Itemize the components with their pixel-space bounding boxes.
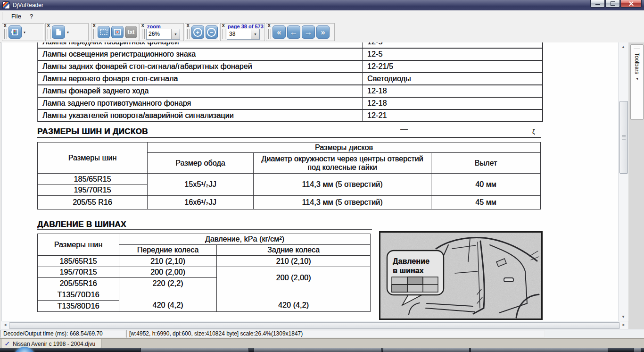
group-close-icon[interactable]: x (93, 23, 96, 28)
tire-pressure-table: Размеры шин Давление, kPa (кг/см²) Перед… (37, 234, 371, 312)
zoom-in-icon: + (196, 29, 199, 35)
table-cell: Лампа заднего противотуманного фонаря (38, 98, 363, 109)
first-page-button[interactable]: « (272, 25, 286, 39)
table-cell: 220 (2,2) (119, 278, 217, 289)
dropdown-arrow-icon[interactable]: ▾ (67, 30, 69, 34)
last-page-button[interactable]: » (316, 25, 330, 39)
bulb-spec-table: Лампы передних габаритных фонарей12-5 Ла… (37, 42, 543, 122)
zoom-out-button[interactable]: − (206, 25, 218, 39)
scroll-down-button[interactable]: ▼ (619, 313, 628, 320)
section-heading-pressure: ДАВЛЕНИЕ В ШИНАХ (37, 220, 126, 229)
restore-icon (611, 1, 615, 6)
scan-artifact-mark: ζ (532, 128, 535, 135)
taskbar-button[interactable] (471, 348, 608, 352)
table-cell: Лампы указателей поворота/аварийной сигн… (38, 110, 363, 121)
table-cell: 40 мм (431, 174, 541, 196)
status-bar: Decode/Output time (ms): 668.54/69.70 [w… (0, 329, 644, 338)
toolbars-panel-label: Toolbars (634, 53, 640, 74)
previous-page-button[interactable]: ← (287, 25, 300, 39)
menu-bar: File ? (0, 10, 644, 22)
group-drag-handle[interactable] (187, 29, 190, 39)
single-page-button[interactable] (52, 25, 65, 39)
group-drag-handle[interactable] (223, 29, 225, 39)
tab-label: Nissan Avenir c 1998 - 2004.djvu (13, 341, 95, 347)
table-cell: Лампы передних габаритных фонарей (38, 42, 363, 48)
restore-button[interactable] (605, 0, 620, 8)
group-drag-handle[interactable] (4, 29, 7, 39)
table-cell: Передние колеса (119, 245, 217, 256)
close-button[interactable] (620, 0, 642, 8)
page-number-value[interactable]: 38 (227, 29, 251, 39)
table-cell: 205/55R16 (38, 278, 119, 289)
combo-arrow-icon: ▼ (174, 33, 177, 36)
table-cell: Задние колеса (217, 245, 371, 256)
document-tab[interactable]: ✓ Nissan Avenir c 1998 - 2004.djvu (1, 339, 101, 349)
table-cell: Лампы задних фонарей стоп-сигнала/габари… (38, 61, 363, 72)
table-row: Лампы передних габаритных фонарей12-5 (38, 42, 542, 49)
page-number-combobox[interactable]: 38 ▼ (227, 29, 260, 40)
toolbar-group-page-mode: x ▾ (45, 23, 89, 41)
show-desktop-button[interactable] (634, 348, 641, 352)
image-mode-button[interactable] (111, 26, 124, 38)
table-cell: 185/65R15 (38, 174, 148, 185)
dropdown-arrow-icon[interactable]: ▾ (24, 30, 25, 34)
panel-grip[interactable] (634, 47, 640, 49)
scroll-left-button[interactable]: ◄ (2, 321, 8, 328)
group-drag-handle[interactable] (93, 29, 96, 39)
page-icon (54, 28, 63, 36)
group-close-icon[interactable]: x (222, 23, 225, 28)
table-cell: 210 (2,10) (217, 256, 371, 267)
group-drag-handle[interactable] (142, 29, 145, 39)
table-cell: 12-5 (363, 49, 542, 60)
minimize-button[interactable] (590, 0, 605, 8)
zoom-combobox[interactable]: 26% ▼ (146, 29, 180, 40)
group-close-icon[interactable]: x (47, 23, 50, 28)
page-combo-arrow-button[interactable]: ▼ (251, 29, 259, 39)
zoom-out-icon: − (210, 29, 214, 35)
table-cell: Размер обода (148, 153, 254, 174)
scroll-up-button[interactable]: ▲ (619, 43, 628, 50)
group-drag-handle[interactable] (48, 29, 50, 39)
taskbar-button[interactable] (383, 348, 470, 352)
zoom-value[interactable]: 26% (147, 29, 171, 39)
txt-label: txt (128, 29, 135, 35)
tire-disk-size-table: Размеры шин Размеры дисков Размер обода … (37, 142, 541, 210)
zoom-in-button[interactable]: + (191, 25, 204, 39)
layout-mode-button[interactable] (8, 25, 22, 39)
select-area-button[interactable] (98, 26, 110, 38)
taskbar-button[interactable] (254, 348, 382, 352)
menu-drag-handle[interactable] (2, 12, 4, 20)
table-cell: 195/70R15 (38, 185, 148, 196)
table-cell: Лампы освещения регистрационного знака (38, 49, 363, 60)
next-page-button[interactable]: → (302, 25, 315, 39)
toolbar-group-view: x ▾ (2, 23, 44, 41)
table-cell: Светодиоды (363, 73, 542, 84)
toolbars-panel[interactable]: Toolbars ◄ (630, 44, 644, 120)
group-drag-handle[interactable] (268, 29, 271, 39)
horizontal-scroll-thumb[interactable] (9, 322, 620, 329)
scroll-right-button[interactable]: ► (620, 321, 627, 328)
scroll-left-icon: ◄ (3, 323, 7, 327)
group-close-icon[interactable]: x (141, 23, 144, 28)
table-cell: 12-5 (363, 42, 542, 48)
menu-help[interactable]: ? (25, 12, 37, 21)
vertical-scrollbar[interactable]: ▲ ▼ (618, 42, 628, 321)
group-close-icon[interactable]: x (268, 23, 271, 28)
horizontal-scrollbar[interactable]: ◄ ► (1, 321, 628, 329)
zoom-combo-arrow-button[interactable]: ▼ (171, 29, 180, 39)
taskbar-button[interactable] (140, 348, 249, 352)
group-close-icon[interactable]: x (187, 23, 190, 28)
vertical-scroll-thumb[interactable] (619, 101, 628, 174)
djvureader-window: DjVuReader File ? x (0, 0, 644, 352)
table-cell: Лампы фонарей заднего хода (38, 85, 363, 97)
table-cell: 114,3 мм (5 отверстий) (254, 174, 431, 196)
group-close-icon[interactable]: x (4, 23, 7, 28)
toolbar-group-zoom: x zoom 26% ▼ (140, 23, 184, 41)
text-mode-button[interactable]: txt (125, 26, 137, 38)
table-row: Лампы освещения регистрационного знака12… (38, 49, 542, 61)
toolbars-panel-arrow-icon[interactable]: ◄ (636, 77, 639, 80)
thumb-grip (622, 135, 626, 140)
document-viewport[interactable]: Лампы передних габаритных фонарей12-5 Ла… (1, 42, 618, 321)
menu-file[interactable]: File (7, 12, 25, 21)
next-page-icon: → (305, 28, 313, 36)
